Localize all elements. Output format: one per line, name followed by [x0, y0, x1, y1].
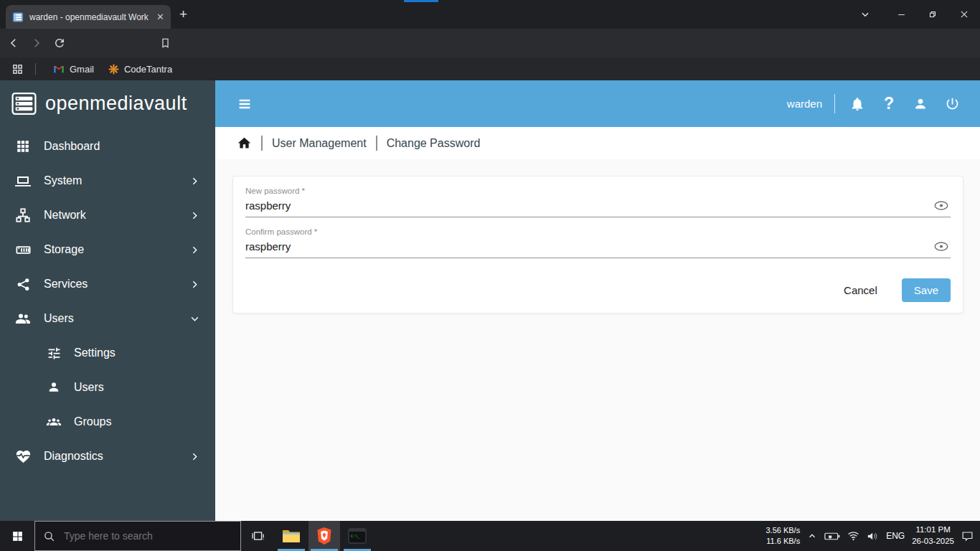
terminal-button[interactable]: C:\_ — [341, 521, 373, 551]
back-button[interactable] — [7, 37, 20, 50]
chevron-right-icon — [190, 280, 199, 289]
cancel-button[interactable]: Cancel — [839, 283, 882, 297]
task-view-button[interactable] — [242, 521, 274, 551]
toggle-visibility-eye-icon[interactable] — [933, 240, 949, 253]
sidebar-item-system[interactable]: System — [0, 164, 215, 198]
omv-logo[interactable]: openmediavault — [0, 80, 215, 127]
laptop-icon — [14, 172, 32, 189]
taskbar-search-box[interactable] — [34, 521, 241, 551]
chevron-down-icon — [190, 314, 199, 324]
logged-in-username[interactable]: warden — [787, 98, 822, 110]
sidebar-item-label: System — [44, 174, 82, 187]
power-logout-icon[interactable] — [943, 96, 961, 111]
network-hub-icon — [14, 207, 32, 223]
top-indicator-bar — [404, 0, 438, 2]
breadcrumb: User Management Change Password — [215, 127, 980, 159]
sidebar-item-label: Groups — [74, 415, 111, 428]
start-button[interactable] — [0, 521, 34, 551]
search-input[interactable] — [62, 529, 232, 542]
upload-speed: 3.56 KB/s — [765, 525, 800, 536]
bookmarks-bar: Gmail CodeTantra — [0, 57, 980, 80]
sidebar-item-users[interactable]: Users — [0, 301, 215, 336]
breadcrumb-divider — [376, 136, 377, 151]
chevron-right-icon — [190, 452, 199, 461]
breadcrumb-item-change-password: Change Password — [387, 137, 481, 150]
sidebar-item-diagnostics[interactable]: Diagnostics — [0, 439, 215, 474]
sidebar-item-label: Services — [44, 278, 88, 291]
omv-logo-icon — [11, 90, 37, 117]
brand-name: openmediavault — [45, 93, 187, 115]
brave-browser-button[interactable] — [308, 521, 340, 551]
network-speed-indicator[interactable]: 3.56 KB/s 11.6 KB/s — [765, 525, 800, 547]
sidebar-item-dashboard[interactable]: Dashboard — [0, 129, 215, 164]
bookmarks-divider — [35, 63, 36, 75]
share-nodes-icon — [14, 277, 32, 292]
svg-text:C:\_: C:\_ — [351, 534, 361, 539]
bookmark-gmail[interactable]: Gmail — [53, 64, 94, 75]
tab-search-chevron-icon[interactable] — [852, 0, 878, 29]
notifications-bell-icon[interactable] — [849, 96, 866, 112]
breadcrumb-item-user-management[interactable]: User Management — [272, 137, 367, 150]
chevron-right-icon — [190, 245, 199, 255]
sidebar-item-label: Users — [74, 381, 104, 394]
windows-taskbar: C:\_ 3.56 KB/s 11.6 KB/s ENG 11:01 PM 26… — [0, 521, 980, 551]
bookmark-label: CodeTantra — [124, 64, 172, 75]
home-icon[interactable] — [237, 136, 252, 151]
time: 11:01 PM — [912, 524, 954, 536]
confirm-password-field-group: Confirm password * — [245, 217, 951, 258]
reload-button[interactable] — [53, 37, 66, 50]
nas-storage-icon — [14, 242, 32, 258]
browser-tab[interactable]: warden - openmediavault Work ✕ — [6, 5, 171, 29]
save-button[interactable]: Save — [902, 278, 951, 302]
omv-main: warden ? User Management Chan — [215, 80, 980, 521]
user-account-icon[interactable] — [912, 96, 929, 112]
sidebar-item-label: Dashboard — [44, 140, 100, 153]
toggle-visibility-eye-icon[interactable] — [933, 199, 949, 212]
browser-toolbar: Not secure 192.168.100.101/#/usermgmt/ch… — [0, 29, 980, 57]
sidebar-item-services[interactable]: Services — [0, 267, 215, 301]
window-restore-button[interactable] — [917, 0, 948, 29]
window-minimize-button[interactable] — [885, 0, 917, 29]
change-password-form: New password * Confirm password * Cancel… — [232, 176, 963, 314]
sidebar-item-label: Settings — [74, 347, 116, 359]
sidebar-item-label: Network — [44, 209, 86, 222]
forward-button[interactable] — [30, 37, 43, 50]
confirm-password-label: Confirm password * — [245, 227, 951, 236]
apps-grid-icon[interactable] — [11, 63, 24, 75]
window-close-button[interactable] — [948, 0, 980, 29]
action-center-icon[interactable] — [961, 530, 974, 542]
download-speed: 11.6 KB/s — [765, 536, 800, 547]
browser-titlebar: warden - openmediavault Work ✕ + — [0, 0, 980, 29]
new-tab-button[interactable]: + — [179, 6, 187, 22]
dashboard-grid-icon — [14, 138, 32, 154]
new-password-input[interactable] — [245, 195, 951, 217]
breadcrumb-divider — [261, 136, 263, 151]
users-group-icon — [14, 310, 32, 327]
volume-icon[interactable] — [867, 531, 879, 542]
tab-close-icon[interactable]: ✕ — [156, 12, 164, 22]
sidebar-item-label: Storage — [44, 243, 84, 256]
bookmark-codetantra[interactable]: CodeTantra — [108, 64, 172, 75]
sidebar-item-usermgmt-users[interactable]: Users — [0, 370, 215, 405]
sidebar-item-network[interactable]: Network — [0, 198, 215, 232]
battery-charging-icon[interactable] — [824, 531, 840, 542]
sidebar-item-label: Users — [44, 312, 74, 325]
sidebar-item-usermgmt-settings[interactable]: Settings — [0, 336, 215, 370]
hidden-icons-chevron[interactable] — [807, 531, 817, 541]
language-indicator[interactable]: ENG — [886, 531, 905, 541]
heart-pulse-icon — [14, 448, 32, 465]
help-icon[interactable]: ? — [880, 95, 897, 112]
sidebar-item-storage[interactable]: Storage — [0, 232, 215, 267]
reading-list-icon[interactable] — [159, 36, 171, 50]
clock[interactable]: 11:01 PM 26-03-2025 — [912, 524, 954, 547]
omv-sidebar: openmediavault Dashboard System — [0, 80, 215, 521]
tab-title: warden - openmediavault Work — [29, 12, 151, 22]
menu-hamburger-icon[interactable] — [237, 96, 253, 112]
confirm-password-input[interactable] — [245, 236, 951, 258]
chevron-right-icon — [190, 211, 199, 220]
sidebar-item-usermgmt-groups[interactable]: Groups — [0, 405, 215, 439]
omv-header: warden ? — [215, 80, 980, 127]
wifi-icon[interactable] — [847, 531, 859, 541]
bookmark-label: Gmail — [70, 64, 94, 75]
file-explorer-button[interactable] — [275, 521, 307, 551]
